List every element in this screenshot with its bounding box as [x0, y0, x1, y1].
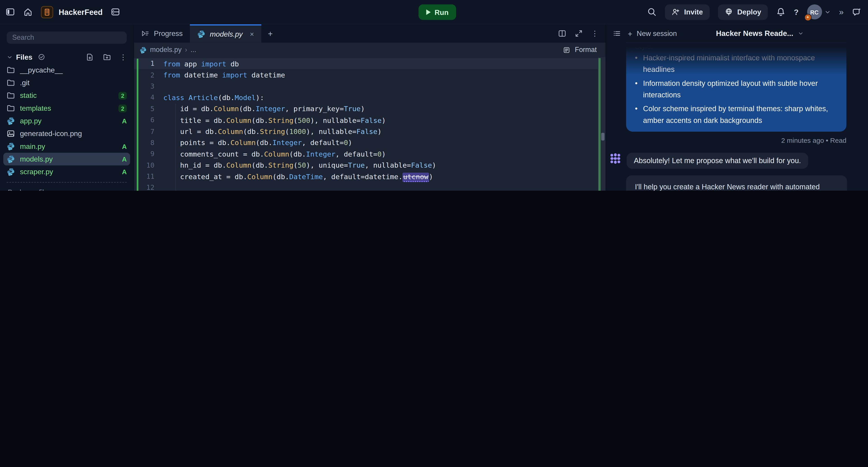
new-tab-icon[interactable]: + [268, 29, 273, 38]
tab-label: Progress [154, 29, 183, 38]
scrollbar-git-indicator [598, 58, 600, 191]
search-icon[interactable] [647, 7, 656, 17]
file-name: __pycache__ [20, 66, 127, 74]
tab-progress[interactable]: Progress [134, 24, 190, 43]
devices-icon[interactable] [111, 7, 121, 17]
file-status-badge: 2 [119, 104, 127, 112]
session-title[interactable]: Hacker News Reade... [716, 29, 794, 38]
file-type-icon [6, 142, 15, 151]
left-sidebar: Search Files ⋮ __pycache__ [0, 24, 133, 191]
file-row[interactable]: .git [0, 76, 133, 89]
new-file-icon[interactable] [86, 53, 94, 61]
search-placeholder: Search [12, 34, 34, 41]
new-session-plus-icon[interactable]: + [628, 29, 632, 38]
format-button[interactable]: Format [575, 46, 597, 54]
account-menu[interactable]: RC ✦ [807, 4, 831, 20]
message-meta[interactable]: 2 minutes ago • Read [606, 137, 846, 144]
file-name: generated-icon.png [20, 129, 127, 138]
assistant-chat-icon[interactable] [852, 7, 862, 17]
tab-label: models.py [210, 30, 243, 38]
app-title[interactable]: HackerFeed [59, 7, 103, 16]
plan-bullet: • Information density optimized layout w… [635, 77, 837, 101]
file-type-icon [6, 155, 15, 163]
file-row[interactable]: static 2 [0, 89, 133, 102]
packager-files-header: Packager files [0, 187, 133, 191]
app-icon[interactable] [41, 6, 53, 18]
deploy-globe-icon [724, 8, 733, 16]
breadcrumb: models.py › ... Format [134, 43, 606, 57]
invite-label: Invite [684, 8, 703, 16]
bullet-icon: • [635, 52, 638, 75]
file-type-icon [6, 66, 15, 74]
home-icon[interactable] [23, 7, 33, 17]
deploy-button[interactable]: Deploy [718, 4, 768, 20]
scrollbar-thumb[interactable] [601, 133, 604, 140]
agent-progress-icon [141, 29, 149, 38]
file-status-badge: A [122, 117, 127, 125]
file-row[interactable]: scraper.py A [0, 165, 133, 178]
run-label: Run [434, 8, 448, 16]
breadcrumb-more[interactable]: ... [191, 46, 196, 54]
collapse-panel-icon[interactable]: » [839, 7, 844, 17]
notifications-icon[interactable] [776, 7, 786, 17]
file-status-badge: 2 [119, 92, 127, 99]
invite-button[interactable]: Invite [665, 4, 710, 20]
new-session-button[interactable]: New session [637, 29, 677, 38]
file-status-badge: A [122, 155, 127, 163]
file-type-icon [6, 91, 15, 100]
file-name: scraper.py [20, 168, 117, 176]
breadcrumb-file[interactable]: models.py [150, 46, 182, 54]
breadcrumb-separator: › [185, 46, 187, 54]
split-editor-icon[interactable] [558, 29, 566, 38]
file-row[interactable]: models.py A [3, 153, 130, 165]
files-menu-icon[interactable]: ⋮ [120, 53, 127, 61]
code-editor[interactable]: 1from app import db2from datetime import… [134, 57, 606, 191]
avatar-badge-icon: ✦ [804, 14, 811, 21]
files-header[interactable]: Files ⋮ [0, 51, 133, 64]
editor-tabbar: Progress models.py × + ⋮ [134, 24, 606, 43]
plan-context-line: Style: [635, 43, 837, 50]
new-folder-icon[interactable] [103, 53, 111, 61]
agent-message: Absolutely! Let me propose what we'll bu… [627, 153, 808, 169]
sessions-list-icon[interactable] [613, 29, 621, 38]
plan-bullet: • Hacker-inspired minimalist interface w… [635, 52, 837, 75]
play-icon [426, 9, 431, 15]
close-tab-icon[interactable]: × [250, 30, 254, 38]
file-type-icon [6, 117, 15, 125]
tab-models-py[interactable]: models.py × [190, 24, 261, 43]
code-lines[interactable]: 1from app import db2from datetime import… [134, 58, 606, 191]
help-icon[interactable]: ? [794, 7, 799, 16]
divider [6, 182, 127, 182]
agent-avatar-icon [610, 153, 621, 164]
git-added-gutter [137, 59, 138, 191]
file-name: static [20, 91, 114, 100]
chevron-down-icon[interactable] [798, 31, 804, 37]
file-name: models.py [20, 155, 117, 163]
run-button[interactable]: Run [418, 4, 456, 20]
plan-bullet-list: • Hacker-inspired minimalist interface w… [635, 52, 837, 126]
search-input[interactable]: Search [6, 32, 127, 44]
editor-menu-icon[interactable]: ⋮ [591, 30, 598, 37]
agent-message-card: I'll help you create a Hacker News reade… [626, 175, 847, 191]
chevron-down-icon[interactable] [824, 8, 831, 15]
sidebar-toggle-icon[interactable] [5, 7, 15, 17]
agent-message-text: I'll help you create a Hacker News reade… [635, 180, 838, 191]
expand-editor-icon[interactable] [575, 29, 583, 38]
file-type-icon [6, 168, 15, 176]
format-icon [563, 46, 570, 53]
agent-message-list[interactable]: Style: • Hacker-inspired minimalist inte… [606, 43, 868, 191]
file-row[interactable]: app.py A [0, 114, 133, 127]
plan-bullet: • Color scheme inspired by terminal them… [635, 103, 837, 126]
file-row[interactable]: generated-icon.png [0, 127, 133, 140]
file-type-icon [6, 79, 15, 87]
file-name: templates [20, 104, 114, 112]
bullet-icon: • [635, 103, 638, 126]
file-status-badge: A [122, 168, 127, 175]
editor-pane: Progress models.py × + ⋮ models.py › ... [133, 24, 606, 191]
editor-scrollbar[interactable] [598, 57, 606, 191]
python-icon [197, 30, 206, 38]
file-row[interactable]: templates 2 [0, 102, 133, 114]
file-row[interactable]: main.py A [0, 140, 133, 153]
chevron-down-icon [6, 54, 13, 60]
file-row[interactable]: __pycache__ [0, 64, 133, 76]
